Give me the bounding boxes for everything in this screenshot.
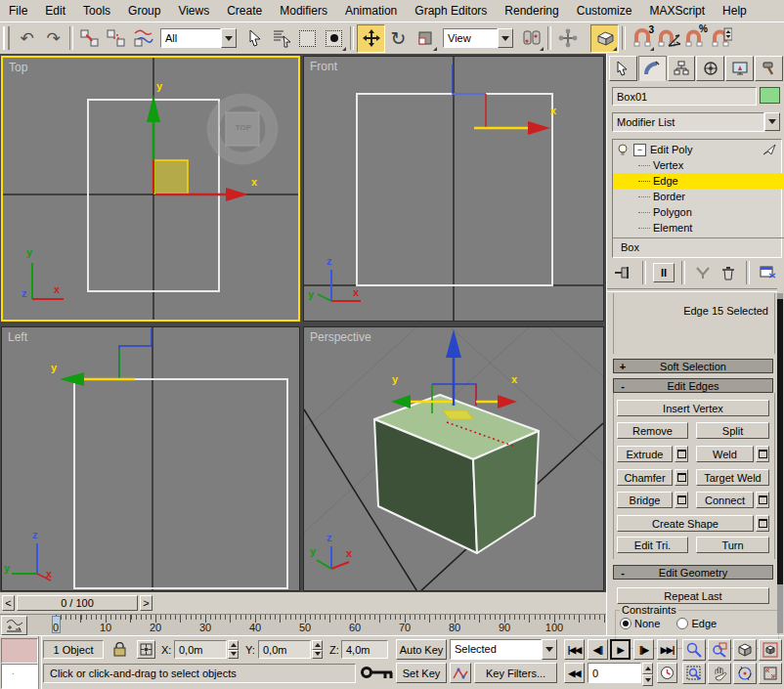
viewcube-top-face[interactable]: TOP (234, 123, 253, 133)
repeat-last-button[interactable]: Repeat Last (617, 587, 769, 604)
y-spinner[interactable] (312, 640, 323, 659)
stack-item-edit-poly[interactable]: − Edit Poly (613, 142, 781, 157)
object-name-field[interactable]: Box01 (612, 87, 757, 106)
menu-help[interactable]: Help (714, 0, 756, 22)
insert-vertex-button[interactable]: Insert Vertex (617, 400, 769, 416)
configure-modifier-sets-button[interactable] (757, 263, 780, 282)
menu-views[interactable]: Views (169, 0, 218, 22)
stack-item-polygon[interactable]: Polygon (613, 204, 784, 220)
edit-tri-button[interactable]: Edit Tri. (617, 537, 688, 553)
zoom-button[interactable] (682, 639, 706, 661)
x-coordinate-field[interactable]: 0,0m (174, 640, 227, 659)
tab-motion[interactable] (696, 56, 724, 81)
pin-stack-button[interactable] (612, 262, 635, 283)
split-button[interactable]: Split (696, 422, 769, 439)
stack-item-vertex[interactable]: Vertex (613, 157, 784, 173)
target-weld-button[interactable]: Target Weld (696, 469, 769, 486)
key-mode-combo[interactable]: Selected (450, 639, 557, 660)
chamfer-settings-button[interactable] (675, 469, 688, 486)
turn-button[interactable]: Turn (696, 537, 769, 553)
menu-modifiers[interactable]: Modifiers (271, 0, 336, 22)
window-crossing-toggle-button[interactable] (321, 25, 347, 52)
go-to-end-button[interactable]: ▶▶| (657, 639, 677, 660)
object-color-swatch[interactable] (760, 87, 780, 104)
current-frame-field[interactable]: 0 (588, 663, 641, 683)
snap-toggle-3d-button[interactable]: 3 (629, 25, 655, 52)
open-mini-curve-editor-button[interactable] (1, 616, 27, 635)
select-object-button[interactable] (241, 25, 268, 52)
viewport-front[interactable]: Front x z x y (303, 56, 604, 322)
show-end-result-button[interactable]: II (653, 263, 675, 282)
panel-scrollbar[interactable] (777, 293, 783, 633)
maxscript-listener-pink[interactable] (1, 638, 38, 664)
menu-tools[interactable]: Tools (74, 0, 119, 22)
track-bar-ruler[interactable]: 0 10 20 30 40 50 60 70 80 90 100 (28, 615, 605, 635)
angle-snap-toggle-button[interactable] (655, 25, 681, 52)
time-slider-next-button[interactable]: > (140, 595, 152, 611)
remove-button[interactable]: Remove (617, 422, 688, 439)
key-filters-button[interactable]: Key Filters... (474, 663, 557, 683)
spinner-snap-toggle-button[interactable] (708, 25, 734, 52)
menu-animation[interactable]: Animation (336, 0, 406, 22)
menu-graph-editors[interactable]: Graph Editors (406, 0, 496, 22)
extrude-settings-button[interactable] (675, 446, 688, 462)
frame-spinner[interactable] (642, 663, 653, 686)
menu-file[interactable]: File (0, 0, 36, 22)
select-by-name-button[interactable] (268, 25, 294, 52)
bridge-button[interactable]: Bridge (617, 492, 673, 508)
tab-create[interactable] (609, 56, 637, 81)
stack-item-box-base[interactable]: Box (613, 237, 784, 255)
zoom-extents-button[interactable] (733, 639, 757, 661)
select-and-scale-button[interactable] (412, 25, 438, 52)
make-unique-button[interactable] (692, 263, 714, 282)
absolute-offset-mode-toggle[interactable] (137, 640, 155, 659)
tab-utilities[interactable] (755, 56, 783, 81)
set-key-button[interactable]: Set Key (396, 663, 447, 683)
x-spinner[interactable] (228, 640, 239, 659)
viewport-perspective[interactable]: Perspective y x z y x (303, 326, 604, 591)
collapse-box-icon[interactable]: − (633, 144, 646, 156)
modifier-list-dropdown-button[interactable] (764, 112, 780, 131)
select-and-move-button[interactable] (357, 24, 385, 53)
go-to-start-button[interactable]: |◀◀ (564, 639, 585, 660)
play-animation-button[interactable]: ▶ (610, 639, 631, 660)
menu-rendering[interactable]: Rendering (496, 0, 567, 22)
viewport-left-label[interactable]: Left (8, 330, 27, 344)
tab-modify[interactable] (638, 56, 667, 81)
zoom-extents-all-button[interactable] (759, 639, 782, 661)
viewport-top-label[interactable]: Top (9, 61, 27, 74)
time-configuration-button[interactable] (657, 663, 677, 683)
rollout-edit-geometry[interactable]: - Edit Geometry (613, 565, 773, 580)
connect-button[interactable]: Connect (696, 492, 754, 508)
stack-item-element[interactable]: Element (613, 220, 784, 236)
stack-item-border[interactable]: Border (613, 189, 784, 204)
remove-modifier-button[interactable] (718, 263, 739, 282)
menu-customize[interactable]: Customize (568, 0, 641, 22)
viewport-left[interactable]: Left y z y x (1, 326, 300, 591)
menu-edit[interactable]: Edit (36, 0, 74, 22)
key-mode-toggle-button[interactable]: ◀◀ (564, 663, 585, 683)
arc-rotate-button[interactable] (733, 663, 757, 684)
create-shape-settings-button[interactable] (756, 515, 769, 532)
use-pivot-point-center-button[interactable] (518, 25, 544, 52)
region-zoom-button[interactable] (682, 663, 706, 684)
next-frame-button[interactable]: ||▶ (633, 639, 654, 660)
set-key-key-icon[interactable] (360, 662, 395, 683)
weld-button[interactable]: Weld (696, 446, 754, 462)
panel-scrollbar-thumb[interactable] (777, 299, 783, 584)
rectangular-selection-region-button[interactable] (294, 25, 321, 52)
weld-settings-button[interactable] (756, 446, 769, 462)
menu-maxscript[interactable]: MAXScript (640, 0, 714, 22)
select-and-link-button[interactable] (76, 25, 103, 52)
bind-to-space-warp-button[interactable] (129, 25, 155, 52)
time-slider-prev-button[interactable]: < (2, 595, 15, 611)
pan-view-button[interactable] (708, 663, 731, 684)
selection-filter-combo[interactable]: All (160, 28, 237, 48)
previous-frame-button[interactable]: ◀|| (588, 639, 608, 660)
rollout-soft-selection[interactable]: + Soft Selection (613, 359, 773, 373)
zoom-all-button[interactable] (708, 639, 731, 661)
modifier-list-combo[interactable]: Modifier List (612, 112, 780, 131)
rollout-edit-edges[interactable]: - Edit Edges (613, 378, 773, 393)
tab-hierarchy[interactable] (668, 56, 696, 81)
selection-filter-dropdown-button[interactable] (221, 28, 237, 48)
